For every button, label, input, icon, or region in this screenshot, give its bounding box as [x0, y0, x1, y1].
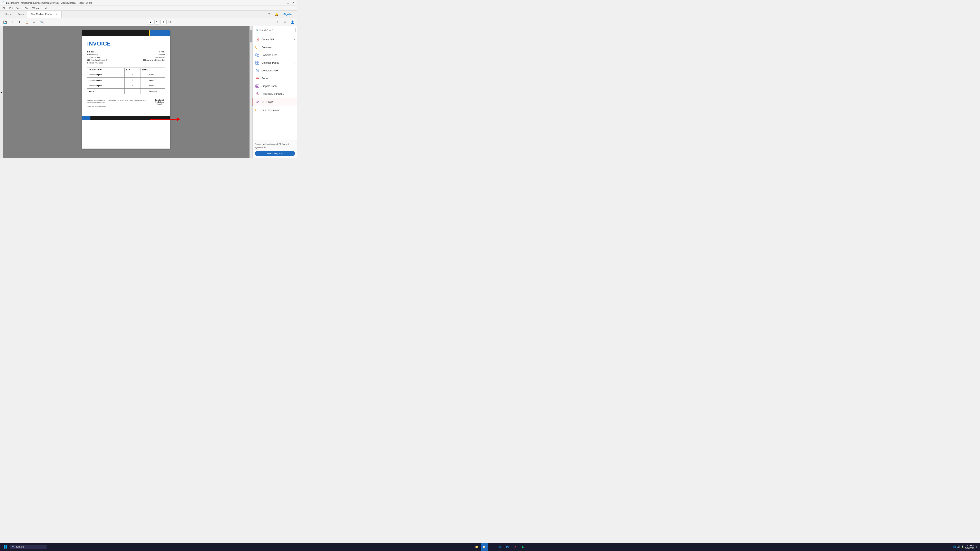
svg-rect-19	[256, 86, 258, 87]
prev-page-button[interactable]: ▲	[148, 20, 153, 24]
from-column: From: Tom Lindt +123-456-7890 123 Anywhe…	[143, 50, 165, 64]
svg-rect-7	[257, 54, 259, 57]
client-address: 123 Anywhere St., Any City	[87, 59, 110, 62]
pdf-header-accent	[149, 30, 150, 37]
compress-pdf-icon	[255, 68, 259, 73]
payment-text: Payment is required within 14 business d…	[87, 99, 154, 104]
upload-button[interactable]: ⬆	[16, 19, 23, 25]
signer-title: Marketing Head	[154, 101, 165, 105]
pdf-footer-dark	[91, 116, 170, 120]
scrollbar[interactable]	[250, 26, 252, 158]
page-navigation: ▲ ▼ 1 / 1	[148, 20, 171, 24]
panel-item-combine-files[interactable]: Combine Files	[253, 51, 297, 59]
bill-to-column: Bill To: Estelle Darcy +123-456-7890 123…	[87, 50, 110, 64]
user-button[interactable]: 👤	[289, 19, 296, 25]
pdf-footer	[82, 116, 170, 120]
table-row: Item Description 5 $400.00	[88, 78, 165, 83]
search-icon: 🔍	[256, 29, 259, 32]
sender-address: 123 Anywhere St., Any City	[143, 59, 165, 62]
svg-rect-11	[258, 63, 259, 65]
pen-tool-button[interactable]: ✏	[274, 19, 281, 25]
sender-phone: +123-456-7890	[143, 56, 165, 59]
invoice-title: INVOICE	[87, 40, 165, 47]
search-button[interactable]: 🔍	[38, 19, 45, 25]
bookmark-button[interactable]: ☆	[9, 19, 16, 25]
row2-price: $400.00	[140, 78, 165, 83]
invoice-table: DESCRIPTION QTY PRICE Item Description 2…	[87, 68, 165, 94]
title-bar: 📄 Blue Modern Professional Business Comp…	[0, 0, 297, 6]
minimize-button[interactable]: ─	[280, 0, 285, 5]
col-qty: QTY	[124, 68, 140, 72]
row2-qty: 5	[124, 78, 140, 83]
panel-item-organize-pages[interactable]: Organize Pages ▾	[253, 59, 297, 67]
send-comment-icon	[255, 108, 259, 113]
panel-item-prepare-form[interactable]: Prepare Form	[253, 82, 297, 90]
combine-files-icon	[255, 53, 259, 57]
from-label: From:	[143, 50, 165, 53]
prepare-form-icon	[255, 84, 259, 88]
maximize-button[interactable]: ❐	[285, 0, 290, 5]
page-total: 1	[170, 21, 171, 24]
tab-document[interactable]: Blue Modern Profes... ×	[27, 11, 62, 18]
right-panel: 🔍 Create PDF ▾ Comment	[252, 26, 297, 158]
panel-promo: Convert, edit and e-sign PDF forms & agr…	[253, 140, 297, 158]
total-value: $1600.00	[140, 89, 165, 94]
panel-search: 🔍	[253, 26, 297, 34]
fill-sign-label: Fill & Sign	[262, 101, 294, 103]
total-label: TOTAL	[88, 89, 124, 94]
notifications-icon[interactable]: 🔔	[274, 11, 279, 17]
sign-in-button[interactable]: Sign In	[281, 12, 294, 16]
panel-item-fill-sign[interactable]: Fill & Sign	[253, 98, 297, 106]
request-esign-label: Request E-signatu...	[261, 92, 295, 95]
col-description: DESCRIPTION	[88, 68, 124, 72]
comment-icon	[255, 45, 259, 49]
pdf-header-black	[82, 30, 150, 37]
pdf-viewer: INVOICE Bill To: Estelle Darcy +123-456-…	[3, 26, 250, 158]
tab-close-button[interactable]: ×	[55, 13, 58, 16]
left-panel-toggle[interactable]: ▸	[0, 26, 3, 158]
next-page-button[interactable]: ▼	[154, 20, 159, 24]
pdf-header-blue	[150, 30, 170, 37]
mail-button[interactable]: ✉	[282, 19, 288, 25]
panel-item-compress-pdf[interactable]: Compress PDF	[253, 67, 297, 75]
panel-item-comment[interactable]: Comment	[253, 43, 297, 51]
save-button[interactable]: 💾	[2, 19, 8, 25]
svg-rect-9	[258, 61, 259, 63]
menu-help[interactable]: Help	[42, 6, 50, 10]
panel-item-redact[interactable]: Redact	[253, 75, 297, 82]
scroll-thumb[interactable]	[250, 30, 252, 43]
panel-item-create-pdf[interactable]: Create PDF ▾	[253, 36, 297, 43]
window-title: Blue Modern Professional Business Compan…	[6, 2, 280, 4]
footer-text-col: Payment is required within 14 business d…	[87, 97, 154, 108]
tab-tools[interactable]: Tools	[15, 11, 27, 18]
menu-edit[interactable]: Edit	[8, 6, 15, 10]
app-icon: 📄	[2, 1, 5, 5]
organize-pages-chevron: ▾	[294, 62, 295, 64]
free-trial-button[interactable]: Free 7-Day Trial	[255, 151, 295, 156]
compress-pdf-label: Compress PDF	[261, 69, 295, 72]
combine-files-label: Combine Files	[261, 54, 295, 57]
menu-window[interactable]: Window	[30, 6, 42, 10]
close-button[interactable]: ✕	[291, 0, 296, 5]
main-content: ▸ INVOICE Bill To: Estelle Darcy	[0, 26, 297, 158]
tab-home[interactable]: Home	[2, 11, 15, 18]
panel-item-send-comment[interactable]: Send for Comme...	[253, 106, 297, 114]
sender-name: Tom Lindt	[143, 53, 165, 56]
row1-qty: 2	[124, 72, 140, 78]
svg-marker-24	[258, 110, 259, 110]
pdf-footer-blue	[82, 116, 91, 120]
panel-search-input[interactable]	[259, 29, 294, 31]
page-number-input[interactable]: 1	[161, 20, 167, 24]
print-button[interactable]: 🖨	[31, 19, 38, 25]
menu-file[interactable]: File	[1, 6, 8, 10]
bill-to-label: Bill To:	[87, 50, 110, 53]
row1-price: $200.00	[140, 72, 165, 78]
help-icon[interactable]: ?	[266, 11, 272, 17]
panel-items-list: Create PDF ▾ Comment Combine Files	[253, 34, 297, 140]
pages-button[interactable]: 📋	[24, 19, 30, 25]
pdf-body: INVOICE Bill To: Estelle Darcy +123-456-…	[82, 37, 170, 112]
menu-view[interactable]: View	[15, 6, 23, 10]
search-wrap[interactable]: 🔍	[254, 28, 296, 32]
menu-sign[interactable]: Sign	[23, 6, 30, 10]
panel-item-request-esign[interactable]: Request E-signatu...	[253, 90, 297, 98]
